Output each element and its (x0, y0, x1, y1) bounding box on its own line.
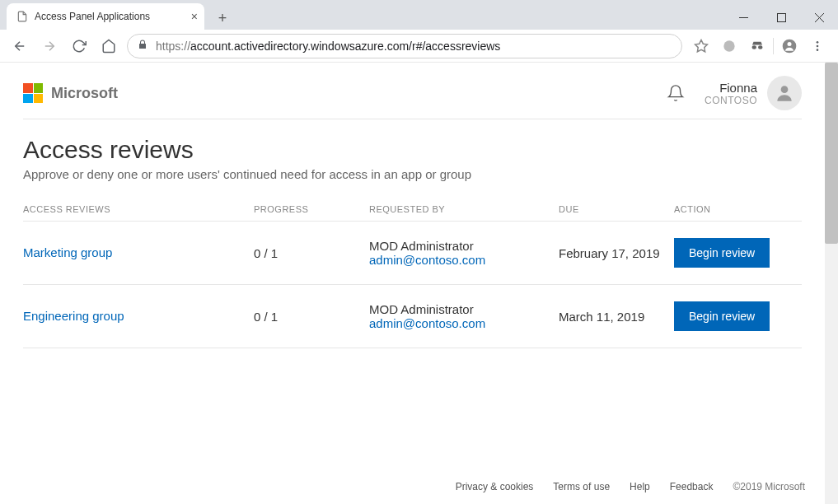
toolbar-right (689, 34, 830, 58)
svg-point-8 (752, 45, 756, 49)
tab-title: Access Panel Applications (35, 11, 150, 22)
url-text: https://account.activedirectory.windowsa… (156, 40, 500, 53)
user-org: CONTOSO (705, 95, 757, 106)
user-menu[interactable]: Fionna CONTOSO (705, 76, 802, 110)
divider (773, 38, 774, 54)
cell-due: March 11, 2019 (559, 310, 674, 324)
cell-name: Engineering group (23, 309, 254, 324)
new-tab-button[interactable]: + (211, 7, 234, 30)
user-names: Fionna CONTOSO (705, 81, 757, 106)
cell-action: Begin review (674, 238, 789, 268)
col-header-action: ACTION (674, 204, 789, 214)
brand[interactable]: Microsoft (23, 83, 118, 103)
lock-icon (138, 40, 147, 52)
star-icon[interactable] (689, 34, 714, 58)
col-header-progress: PROGRESS (254, 204, 369, 214)
file-icon (16, 11, 28, 22)
cell-name: Marketing group (23, 245, 254, 260)
extension-icon[interactable] (717, 34, 742, 58)
col-header-name: ACCESS REVIEWS (23, 204, 254, 214)
svg-marker-6 (695, 40, 708, 51)
microsoft-logo-icon (23, 83, 43, 103)
cell-requested-by: MOD Administrator admin@contoso.com (369, 302, 559, 330)
page-header: Microsoft Fionna CONTOSO (23, 76, 802, 119)
page-subtitle: Approve or deny one or more users' conti… (23, 167, 802, 181)
browser-tab[interactable]: Access Panel Applications × (7, 3, 204, 30)
maximize-button[interactable] (762, 5, 800, 30)
notifications-icon[interactable] (667, 84, 685, 102)
page-title: Access reviews (23, 136, 802, 164)
requester-email-link[interactable]: admin@contoso.com (369, 253, 559, 267)
footer-terms-link[interactable]: Terms of use (553, 481, 610, 492)
footer-feedback-link[interactable]: Feedback (670, 481, 714, 492)
col-header-requested-by: REQUESTED BY (369, 204, 559, 214)
user-name: Fionna (705, 81, 757, 95)
reviews-table: ACCESS REVIEWS PROGRESS REQUESTED BY DUE… (23, 204, 802, 348)
header-right: Fionna CONTOSO (667, 76, 802, 110)
window-controls (724, 5, 838, 30)
page-footer: Privacy & cookies Terms of use Help Feed… (456, 481, 805, 492)
url-host: account.activedirectory.windowsazure.com… (190, 40, 500, 53)
table-header-row: ACCESS REVIEWS PROGRESS REQUESTED BY DUE… (23, 204, 802, 222)
requester-name: MOD Administrator (369, 239, 474, 253)
svg-point-9 (758, 45, 762, 49)
svg-rect-1 (777, 13, 785, 21)
address-bar[interactable]: https://account.activedirectory.windowsa… (127, 34, 682, 58)
back-button[interactable] (8, 35, 31, 58)
url-prefix: https:// (156, 40, 190, 53)
cell-requested-by: MOD Administrator admin@contoso.com (369, 239, 559, 267)
begin-review-button[interactable]: Begin review (674, 238, 770, 268)
footer-help-link[interactable]: Help (630, 481, 650, 492)
cell-due: February 17, 2019 (559, 246, 674, 260)
svg-point-13 (817, 44, 819, 47)
tab-strip: Access Panel Applications × + (0, 0, 838, 30)
home-button[interactable] (97, 35, 120, 58)
brand-name: Microsoft (51, 85, 118, 102)
cell-action: Begin review (674, 301, 789, 331)
table-row: Engineering group 0 / 1 MOD Administrato… (23, 285, 802, 348)
footer-privacy-link[interactable]: Privacy & cookies (456, 481, 534, 492)
review-name-link[interactable]: Engineering group (23, 309, 124, 323)
page-content: Microsoft Fionna CONTOSO Access reviews (0, 63, 825, 504)
close-icon[interactable]: × (191, 10, 198, 23)
browser-toolbar: https://account.activedirectory.windowsa… (0, 30, 838, 63)
avatar (767, 76, 802, 110)
svg-point-11 (788, 42, 792, 46)
svg-point-7 (723, 40, 734, 51)
scrollbar-thumb[interactable] (825, 63, 838, 244)
table-row: Marketing group 0 / 1 MOD Administrator … (23, 222, 802, 285)
requester-email-link[interactable]: admin@contoso.com (369, 316, 559, 330)
cell-progress: 0 / 1 (254, 310, 369, 324)
incognito-icon[interactable] (745, 34, 770, 58)
svg-point-14 (817, 49, 819, 51)
menu-icon[interactable] (805, 34, 830, 58)
review-name-link[interactable]: Marketing group (23, 245, 112, 259)
close-window-button[interactable] (800, 5, 838, 30)
requester-name: MOD Administrator (369, 302, 474, 316)
svg-point-12 (817, 41, 819, 44)
profile-icon[interactable] (777, 34, 802, 58)
forward-button[interactable] (38, 35, 61, 58)
svg-point-15 (781, 86, 789, 93)
footer-copyright: ©2019 Microsoft (733, 481, 805, 492)
begin-review-button[interactable]: Begin review (674, 301, 770, 331)
scrollbar[interactable] (825, 63, 838, 504)
minimize-button[interactable] (724, 5, 762, 30)
browser-chrome: Access Panel Applications × + https://ac… (0, 0, 838, 63)
cell-progress: 0 / 1 (254, 246, 369, 260)
col-header-due: DUE (559, 204, 674, 214)
reload-button[interactable] (68, 35, 91, 58)
